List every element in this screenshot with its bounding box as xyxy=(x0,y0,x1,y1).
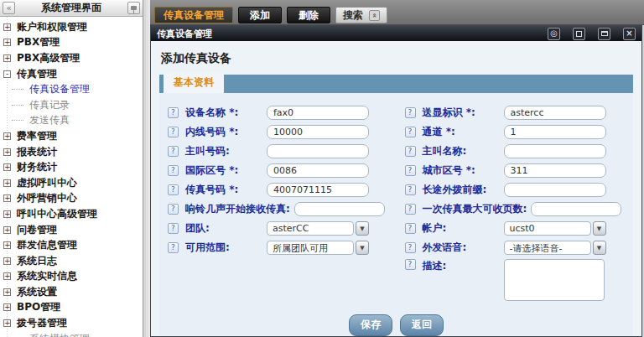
sidebar-item[interactable]: +系统设置 xyxy=(0,284,143,300)
text-input[interactable] xyxy=(531,202,621,216)
sidebar-splitter[interactable] xyxy=(143,0,150,337)
text-input[interactable] xyxy=(267,163,369,178)
save-button[interactable]: 保存 xyxy=(349,314,392,336)
text-input[interactable] xyxy=(504,106,606,120)
field-label: 传真号码 *: xyxy=(185,183,267,197)
help-icon[interactable]: ? xyxy=(168,204,179,215)
help-icon[interactable]: ? xyxy=(405,204,416,215)
sidebar-item[interactable]: 系统模块管理 xyxy=(0,331,143,337)
help-icon[interactable]: ? xyxy=(405,107,416,118)
expand-node-icon[interactable]: + xyxy=(3,39,11,46)
select-input[interactable]: 所属团队可用▼ xyxy=(267,241,369,255)
dropdown-arrow-icon[interactable]: ▼ xyxy=(356,221,369,236)
field-label: 外发语音: xyxy=(423,241,504,255)
expand-node-icon[interactable]: + xyxy=(3,163,11,171)
expand-node-icon[interactable]: + xyxy=(3,303,11,311)
expand-node-icon[interactable]: + xyxy=(3,210,11,218)
expand-node-icon[interactable]: + xyxy=(3,319,11,327)
help-icon[interactable]: ? xyxy=(405,165,416,176)
search-button[interactable]: 搜索 « xyxy=(335,7,387,23)
expand-node-icon[interactable]: + xyxy=(3,257,11,265)
expand-node-icon[interactable]: + xyxy=(3,272,11,280)
text-input[interactable] xyxy=(504,144,606,158)
text-input[interactable] xyxy=(267,125,369,139)
field-label: 可用范围: xyxy=(185,241,267,255)
help-icon[interactable]: ? xyxy=(168,146,179,157)
sidebar-item[interactable]: +外呼营销中心 xyxy=(0,191,143,207)
text-input[interactable] xyxy=(267,183,369,197)
sidebar-item[interactable]: +BPO管理 xyxy=(0,300,143,316)
dropdown-arrow-icon[interactable]: ▼ xyxy=(356,241,369,255)
tree-connector xyxy=(12,120,23,121)
expand-node-icon[interactable]: + xyxy=(3,148,11,156)
expand-node-icon[interactable]: + xyxy=(3,132,11,140)
select-input[interactable]: -请选择语音-▼ xyxy=(504,241,606,255)
expand-node-icon[interactable]: + xyxy=(3,241,11,249)
sidebar-item[interactable]: +群发信息管理 xyxy=(0,237,143,253)
sidebar-item[interactable]: +PBX管理 xyxy=(0,35,143,51)
maximize-window-icon[interactable] xyxy=(573,28,585,40)
pin-icon[interactable] xyxy=(127,2,140,14)
text-input[interactable] xyxy=(267,106,369,120)
dropdown-arrow-icon[interactable]: ▼ xyxy=(593,221,606,236)
sidebar-item[interactable]: +系统实时信息 xyxy=(0,269,143,285)
text-input[interactable] xyxy=(504,163,606,178)
description-textarea[interactable] xyxy=(504,259,605,301)
help-icon[interactable]: ? xyxy=(168,127,179,137)
expand-node-icon[interactable]: + xyxy=(3,194,11,202)
sidebar-item[interactable]: +报表统计 xyxy=(0,144,143,160)
window-title: 传真设备管理 xyxy=(157,28,212,40)
close-window-icon[interactable]: × xyxy=(623,28,636,40)
refresh-window-icon[interactable]: ◎ xyxy=(548,28,560,40)
sidebar-item[interactable]: +PBX高级管理 xyxy=(0,50,143,66)
text-input[interactable] xyxy=(294,202,385,216)
help-icon[interactable]: ? xyxy=(405,259,416,270)
dropdown-arrow-icon[interactable]: ▼ xyxy=(593,241,606,255)
sidebar-item[interactable]: 传真记录 xyxy=(0,97,143,113)
field-label: 主叫名称: xyxy=(423,144,504,158)
expand-node-icon[interactable]: + xyxy=(3,179,11,187)
form-row: ?一次传真最大可收页数: xyxy=(397,200,634,219)
back-button[interactable]: 返回 xyxy=(400,314,444,336)
expand-node-icon[interactable]: + xyxy=(3,54,11,62)
sidebar-item[interactable]: +系统日志 xyxy=(0,253,143,269)
help-icon[interactable]: ? xyxy=(405,146,416,157)
select-input[interactable]: asterCC▼ xyxy=(267,221,369,236)
sidebar-item[interactable]: +账户和权限管理 xyxy=(0,19,143,35)
sidebar-item[interactable]: 发送传真 xyxy=(0,113,143,129)
text-input[interactable] xyxy=(504,183,606,197)
help-icon[interactable]: ? xyxy=(405,242,416,253)
text-input[interactable] xyxy=(267,144,369,158)
collapse-node-icon[interactable]: - xyxy=(3,70,11,78)
sidebar-item[interactable]: +费率管理 xyxy=(0,128,143,144)
help-icon[interactable]: ? xyxy=(168,242,179,253)
expand-node-icon[interactable]: + xyxy=(3,23,11,31)
sidebar-item[interactable]: +财务统计 xyxy=(0,159,143,175)
sidebar-item[interactable]: +拨号器管理 xyxy=(0,315,143,331)
help-icon[interactable]: ? xyxy=(405,127,416,137)
add-button[interactable]: 添加 xyxy=(238,7,282,23)
toolbar-tab-fax-device[interactable]: 传真设备管理 xyxy=(154,7,233,23)
select-input[interactable]: ucst0▼ xyxy=(504,221,606,236)
tab-basic-info[interactable]: 基本资料 xyxy=(164,73,224,93)
collapse-sidebar-icon[interactable]: « xyxy=(3,2,15,14)
sidebar-item[interactable]: 传真设备管理 xyxy=(0,81,143,97)
help-icon[interactable]: ? xyxy=(168,223,179,234)
help-icon[interactable]: ? xyxy=(168,184,179,195)
sidebar-item-label: 费率管理 xyxy=(17,129,57,143)
sidebar-item[interactable]: +虚拟呼叫中心 xyxy=(0,175,143,191)
expand-node-icon[interactable]: + xyxy=(3,226,11,234)
form-row: ?可用范围:所属团队可用▼ xyxy=(159,238,397,257)
help-icon[interactable]: ? xyxy=(168,107,179,118)
delete-button[interactable]: 删除 xyxy=(287,7,330,23)
help-icon[interactable]: ? xyxy=(168,165,179,176)
help-icon[interactable]: ? xyxy=(405,184,416,195)
collapse-search-icon[interactable]: « xyxy=(369,10,380,21)
sidebar-item[interactable]: -传真管理 xyxy=(0,66,143,82)
sidebar-item[interactable]: +问卷管理 xyxy=(0,222,143,238)
text-input[interactable] xyxy=(504,125,606,139)
expand-node-icon[interactable]: + xyxy=(3,288,11,296)
help-icon[interactable]: ? xyxy=(405,223,416,234)
restore-window-icon[interactable] xyxy=(598,28,610,40)
sidebar-item[interactable]: +呼叫中心高级管理 xyxy=(0,206,143,222)
